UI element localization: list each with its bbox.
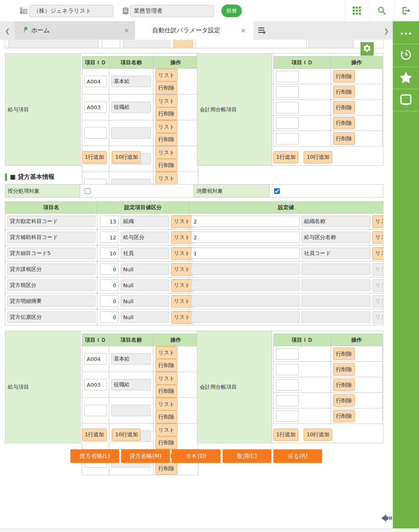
add-1-row-button[interactable]: 1行追加 — [273, 151, 298, 163]
value-name-field[interactable] — [302, 295, 370, 307]
history-button[interactable] — [393, 44, 419, 67]
tab-active-auto-journal[interactable]: 自動仕訳パラメータ設定 ✕ — [135, 21, 254, 40]
delete-row-button[interactable]: 行削除 — [333, 101, 355, 114]
delete-row-button[interactable]: 行削除 — [333, 394, 355, 407]
consumption-tax-checkbox[interactable] — [274, 188, 280, 194]
settings-gear-button[interactable] — [360, 42, 374, 56]
company-input[interactable] — [29, 5, 113, 17]
tab-active-close-icon[interactable]: ✕ — [241, 27, 246, 34]
delete-row-button[interactable]: 行削除 — [155, 81, 177, 94]
kind-code-input[interactable] — [100, 264, 119, 275]
list-button[interactable]: リスト — [155, 346, 178, 359]
param-label-field[interactable] — [7, 295, 95, 307]
add-1-row-button[interactable]: 1行追加 — [82, 151, 107, 163]
value-input[interactable] — [191, 216, 300, 227]
item-id-input[interactable] — [84, 379, 107, 390]
kind-name-field[interactable] — [121, 264, 169, 275]
value-name-field[interactable] — [302, 264, 370, 275]
delete-row-button[interactable]: 行削除 — [155, 410, 177, 423]
manual-button[interactable] — [393, 89, 419, 111]
ledger-id-input[interactable] — [276, 102, 299, 113]
ledger-id-input[interactable] — [276, 71, 299, 82]
value-input[interactable] — [191, 295, 300, 307]
kind-code-input[interactable] — [100, 295, 119, 307]
add-tab-icon[interactable] — [258, 27, 267, 36]
more-actions-button[interactable] — [393, 21, 419, 44]
delete-row-button[interactable]: 行削除 — [155, 385, 177, 397]
param-label-field[interactable] — [7, 216, 95, 227]
add-1-row-button[interactable]: 1行追加 — [82, 428, 107, 441]
param-label-field[interactable] — [7, 264, 95, 275]
kind-code-input[interactable] — [100, 280, 119, 291]
item-id-input[interactable] — [84, 76, 107, 87]
ledger-id-input[interactable] — [276, 410, 299, 422]
cancel-button[interactable]: 取消(C) — [223, 449, 271, 463]
add-10-rows-button[interactable]: 10行追加 — [112, 151, 141, 163]
value-name-field[interactable] — [302, 232, 370, 243]
add-10-rows-button[interactable]: 10行追加 — [304, 151, 332, 163]
item-name-input[interactable] — [111, 101, 151, 113]
list-button[interactable]: リスト — [155, 424, 178, 436]
ok-button[interactable]: ＯＫ(O) — [172, 449, 221, 463]
item-id-input[interactable] — [84, 405, 107, 416]
kind-code-input[interactable] — [100, 232, 119, 243]
add-1-row-button[interactable]: 1行追加 — [273, 428, 298, 441]
item-id-input[interactable] — [84, 127, 107, 139]
delete-row-button[interactable]: 行削除 — [333, 70, 355, 83]
delete-row-button[interactable]: 行削除 — [155, 436, 177, 449]
ledger-id-input[interactable] — [276, 133, 299, 144]
value-name-field[interactable] — [302, 248, 370, 259]
apps-grid-icon[interactable] — [352, 6, 361, 17]
item-name-input[interactable] — [111, 76, 151, 87]
ledger-id-input[interactable] — [276, 379, 299, 391]
omit-debit-button[interactable]: 借方省略(L) — [70, 449, 119, 463]
tabs-scroll-left-icon[interactable]: ❮ — [5, 27, 10, 35]
item-name-input[interactable] — [111, 353, 151, 365]
kind-code-input[interactable] — [100, 248, 119, 259]
omit-credit-button[interactable]: 貸方省略(M) — [121, 449, 170, 463]
delete-row-button[interactable]: 行削除 — [333, 117, 355, 129]
ledger-id-input[interactable] — [276, 117, 299, 129]
value-input[interactable] — [191, 248, 300, 259]
add-10-rows-button[interactable]: 10行追加 — [304, 428, 332, 441]
list-button[interactable]: リスト — [155, 172, 178, 185]
tab-home-close-icon[interactable]: ✕ — [124, 27, 129, 34]
kind-code-input[interactable] — [100, 311, 119, 323]
ledger-id-input[interactable] — [276, 395, 299, 406]
role-input[interactable] — [130, 5, 214, 17]
tab-home[interactable]: ホーム ✕ — [15, 21, 135, 40]
favorites-button[interactable] — [393, 67, 419, 89]
add-10-rows-button[interactable]: 10行追加 — [112, 428, 141, 441]
list-button[interactable]: リスト — [155, 120, 178, 133]
value-name-field[interactable] — [302, 311, 370, 323]
value-name-field[interactable] — [302, 216, 370, 227]
switch-button[interactable]: 切替 — [221, 5, 242, 17]
item-id-input[interactable] — [84, 353, 107, 365]
delete-row-button[interactable]: 行削除 — [155, 359, 177, 372]
delete-row-button[interactable]: 行削除 — [155, 133, 177, 146]
delete-row-button[interactable]: 行削除 — [333, 347, 355, 360]
delete-row-button[interactable]: 行削除 — [333, 132, 355, 145]
ledger-id-input[interactable] — [276, 348, 299, 360]
ledger-id-input[interactable] — [276, 86, 299, 98]
logout-icon[interactable] — [401, 6, 411, 17]
back-button[interactable]: 戻る(R) — [273, 449, 322, 463]
kind-name-field[interactable] — [121, 311, 169, 323]
value-list-button[interactable]: リスト — [372, 231, 383, 244]
value-input[interactable] — [191, 311, 300, 323]
kind-name-field[interactable] — [121, 248, 169, 259]
delete-row-button[interactable]: 行削除 — [155, 462, 177, 475]
value-input[interactable] — [191, 280, 300, 291]
item-name-input[interactable] — [111, 405, 151, 416]
kind-name-field[interactable] — [121, 232, 169, 243]
search-icon[interactable] — [377, 6, 386, 17]
ledger-id-input[interactable] — [276, 364, 299, 375]
proration-checkbox[interactable] — [85, 188, 90, 194]
list-button[interactable]: リスト — [155, 95, 178, 107]
item-id-input[interactable] — [84, 101, 107, 113]
collapse-panel-arrow-icon[interactable] — [381, 514, 393, 524]
delete-row-button[interactable]: 行削除 — [155, 159, 177, 171]
kind-code-input[interactable] — [100, 216, 119, 227]
value-input[interactable] — [191, 264, 300, 275]
param-label-field[interactable] — [7, 248, 95, 259]
